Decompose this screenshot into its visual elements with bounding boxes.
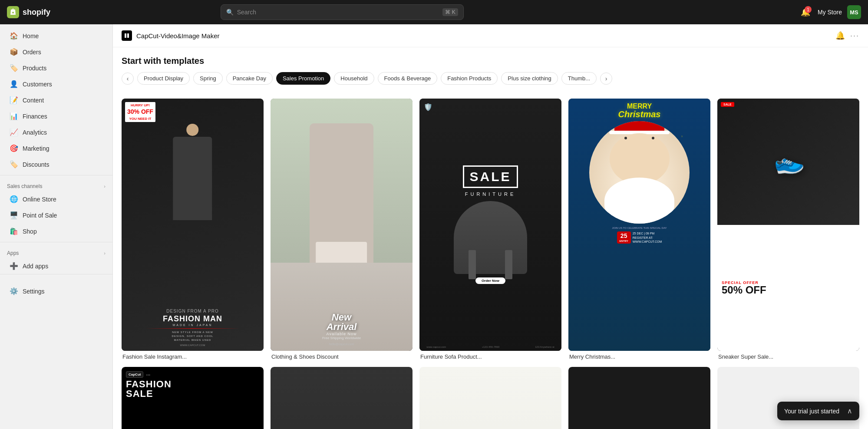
discounts-icon: 🏷️ xyxy=(10,160,18,168)
template-card-merry-christmas[interactable]: MERRY Christmas xyxy=(568,99,710,360)
customers-icon: 👤 xyxy=(10,80,18,88)
apps-section: Apps › xyxy=(0,245,112,258)
cat-nav-next[interactable]: › xyxy=(600,73,612,85)
sidebar-item-online-store[interactable]: 🌐 Online Store xyxy=(3,191,110,207)
avatar[interactable]: MS xyxy=(847,5,861,19)
bell-icon[interactable]: 🔔 xyxy=(835,31,845,40)
sales-channels-label: Sales channels xyxy=(7,183,42,189)
trial-toast-text: Your trial just started xyxy=(784,408,839,415)
sidebar: 🏠 Home 📦 Orders 🏷️ Products 👤 Customers … xyxy=(0,24,113,429)
template-thumb-new-arrival2: NEW ARRIVAL xyxy=(271,367,413,429)
cat-tab-household[interactable]: Household xyxy=(334,72,374,85)
shopify-bag-icon xyxy=(7,6,19,18)
sidebar-item-marketing[interactable]: 🎯 Marketing xyxy=(3,140,110,156)
category-tabs: ‹ Product Display Spring Pancake Day Sal… xyxy=(122,72,859,87)
apps-chevron: › xyxy=(104,251,106,256)
sidebar-item-orders-label: Orders xyxy=(23,49,41,56)
cat-tab-plus-size-clothing[interactable]: Plus size clothing xyxy=(501,72,558,85)
sidebar-item-products[interactable]: 🏷️ Products xyxy=(3,60,110,76)
sidebar-item-discounts[interactable]: 🏷️ Discounts xyxy=(3,156,110,172)
sidebar-item-marketing-label: Marketing xyxy=(23,145,49,152)
content-icon: 📝 xyxy=(10,96,18,104)
template-thumb-furniture-sofa: 🛡️ SALE FURNITURE Order Now www.capcut. xyxy=(419,99,561,351)
sidebar-item-analytics-label: Analytics xyxy=(23,129,47,136)
app-icon xyxy=(122,30,132,41)
template-section: Start with templates ‹ Product Display S… xyxy=(113,47,868,92)
sidebar-item-finances[interactable]: 📊 Finances xyxy=(3,108,110,124)
app-header-actions: 🔔 ··· xyxy=(835,31,859,40)
search-shortcut: ⌘ K xyxy=(442,8,458,16)
sidebar-item-settings-label: Settings xyxy=(23,288,45,295)
sidebar-item-customers[interactable]: 👤 Customers xyxy=(3,76,110,92)
sales-channels-section: Sales channels › xyxy=(0,178,112,191)
sidebar-item-home[interactable]: 🏠 Home xyxy=(3,28,110,44)
marketing-icon: 🎯 xyxy=(10,144,18,152)
shopify-text: shopify xyxy=(23,8,50,17)
trial-toast: Your trial just started ∧ xyxy=(777,402,859,420)
cat-tab-spring[interactable]: Spring xyxy=(193,72,223,85)
sales-channels-chevron: › xyxy=(104,184,106,189)
sidebar-item-home-label: Home xyxy=(23,33,39,40)
template-label-sneaker-super-sale: Sneaker Super Sale... xyxy=(717,353,859,360)
sidebar-item-add-apps[interactable]: ➕ Add apps xyxy=(3,258,110,274)
cat-tab-pancake-day[interactable]: Pancake Day xyxy=(226,72,273,85)
sidebar-item-finances-label: Finances xyxy=(23,113,47,120)
search-bar[interactable]: 🔍 Search ⌘ K xyxy=(221,4,464,20)
online-store-icon: 🌐 xyxy=(10,195,18,203)
template-label-clothing-shoes: Clothing & Shoes Discount xyxy=(271,353,413,360)
cat-nav-prev[interactable]: ‹ xyxy=(122,73,134,85)
shop-icon: 🛍️ xyxy=(10,227,18,235)
add-apps-icon: ➕ xyxy=(10,262,18,270)
sidebar-item-discounts-label: Discounts xyxy=(23,161,49,168)
sidebar-item-orders[interactable]: 📦 Orders xyxy=(3,44,110,60)
shopify-logo[interactable]: shopify xyxy=(7,6,50,18)
template-card-fashion-sale-ig[interactable]: HURRY UP!30% OFFYOU NEED IT DESIGN FROM … xyxy=(122,99,264,360)
sidebar-item-shop-label: Shop xyxy=(23,228,37,235)
more-options-icon[interactable]: ··· xyxy=(850,31,859,40)
sidebar-item-point-of-sale-label: Point of Sale xyxy=(23,212,57,219)
apps-label: Apps xyxy=(7,250,19,256)
sidebar-item-customers-label: Customers xyxy=(23,81,52,88)
home-icon: 🏠 xyxy=(10,32,18,40)
trial-toast-close[interactable]: ∧ xyxy=(847,407,852,415)
template-thumb-capcut-promo: CAPCUT xyxy=(568,367,710,429)
template-card-new-arrival2[interactable]: NEW ARRIVAL New Arrival... xyxy=(271,367,413,429)
sidebar-item-content-label: Content xyxy=(23,97,44,104)
sidebar-item-settings[interactable]: ⚙️ Settings xyxy=(3,283,110,299)
products-icon: 🏷️ xyxy=(10,64,18,72)
template-label-furniture-sofa: Furniture Sofa Product... xyxy=(419,353,561,360)
top-navigation: shopify 🔍 Search ⌘ K 🔔 1 My Store MS xyxy=(0,0,868,24)
cat-tab-sales-promotion[interactable]: Sales Promotion xyxy=(276,72,330,85)
cat-tab-thumbnail[interactable]: Thumb... xyxy=(561,72,597,85)
sidebar-item-online-store-label: Online Store xyxy=(23,196,56,203)
search-placeholder-text: Search xyxy=(237,9,256,16)
template-label-merry-christmas: Merry Christmas... xyxy=(568,353,710,360)
cat-tab-foods-beverage[interactable]: Foods & Beverage xyxy=(378,72,438,85)
sidebar-item-analytics[interactable]: 📈 Analytics xyxy=(3,124,110,140)
template-card-capcut-promo[interactable]: CAPCUT CapCut Promo... xyxy=(568,367,710,429)
template-card-sneaker-super-sale[interactable]: 👟 SALE SPECIAL OFFER 50% OFF Sneaker Sup… xyxy=(717,99,859,360)
store-name: My Store xyxy=(818,9,842,16)
sidebar-item-point-of-sale[interactable]: 🖥️ Point of Sale xyxy=(3,207,110,223)
sidebar-item-content[interactable]: 📝 Content xyxy=(3,92,110,108)
cat-tab-fashion-products[interactable]: Fashion Products xyxy=(441,72,498,85)
point-of-sale-icon: 🖥️ xyxy=(10,211,18,219)
template-card-furniture-sofa[interactable]: 🛡️ SALE FURNITURE Order Now www.capcut. xyxy=(419,99,561,360)
template-section-title: Start with templates xyxy=(122,56,859,66)
cat-tab-product-display[interactable]: Product Display xyxy=(137,72,190,85)
template-card-clothing-shoes[interactable]: NewArrival Available Now Free Shipping W… xyxy=(271,99,413,360)
topnav-right: 🔔 1 My Store MS xyxy=(799,5,861,19)
template-thumb-merry-christmas: MERRY Christmas xyxy=(568,99,710,351)
template-card-new-arrival3[interactable]: NEW ▬▬▬ARRIVAL New Arrival... xyxy=(419,367,561,429)
template-card-fashion-sale2[interactable]: CapCut ··· FASHIONSALE Fashion Sale... xyxy=(122,367,264,429)
template-thumb-new-arrival3: NEW ▬▬▬ARRIVAL xyxy=(419,367,561,429)
analytics-icon: 📈 xyxy=(10,128,18,136)
template-thumb-sneaker-super-sale: 👟 SALE SPECIAL OFFER 50% OFF xyxy=(717,99,859,351)
notifications-button[interactable]: 🔔 1 xyxy=(799,5,812,19)
template-thumb-fashion-sale-ig: HURRY UP!30% OFFYOU NEED IT DESIGN FROM … xyxy=(122,99,264,351)
sidebar-item-products-label: Products xyxy=(23,65,46,72)
sidebar-item-shop[interactable]: 🛍️ Shop xyxy=(3,223,110,239)
template-thumb-clothing-shoes: NewArrival Available Now Free Shipping W… xyxy=(271,99,413,351)
notification-badge: 1 xyxy=(805,6,812,13)
template-label-fashion-sale-ig: Fashion Sale Instagram... xyxy=(122,353,264,360)
